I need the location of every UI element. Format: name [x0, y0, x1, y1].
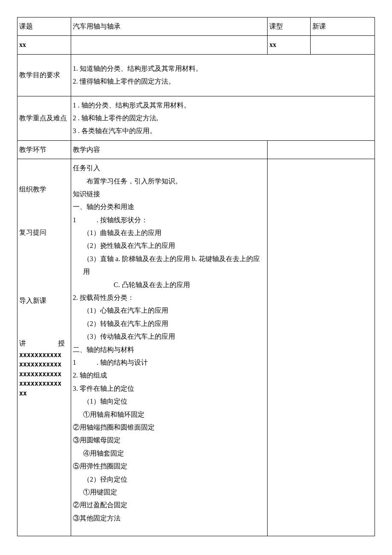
sec2-3: 3. 零件在轴上的定位 — [73, 382, 265, 395]
sec2-3-1-4: ④用轴套固定 — [73, 447, 265, 460]
xx-left: xx — [17, 36, 71, 54]
value-topic: 汽车用轴与轴承 — [71, 17, 267, 36]
sec1-2-title: 2. 按载荷性质分类： — [73, 291, 265, 304]
label-topic: 课题 — [17, 17, 71, 36]
stage-review: 复习提问 — [19, 226, 69, 239]
value-objectives: 1. 知道轴的分类、结构形式及其常用材料。 2. 懂得轴和轴上零件的固定方法。 — [71, 54, 375, 96]
sec2-3-1-2: ②用轴端挡圈和圆锥面固定 — [73, 421, 265, 434]
sec1-title: 一、轴的分类和用途 — [73, 200, 265, 213]
label-content: 教学内容 — [71, 140, 267, 159]
sec2-3-1: （1）轴向定位 — [73, 395, 265, 408]
right-empty-column — [268, 159, 375, 536]
objective-line: 1. 知道轴的分类、结构形式及其常用材料。 — [73, 62, 373, 75]
lecture-char-2: 授 — [58, 337, 65, 350]
keypoint-line: 2 . 轴和轴上零件的固定方法, — [73, 112, 373, 125]
sec2-3-2-1: ①用键固定 — [73, 486, 265, 499]
sec2-3-1-1: ①用轴肩和轴环固定 — [73, 408, 265, 421]
objective-line: 2. 懂得轴和轴上零件的固定方法。 — [73, 75, 373, 88]
sec1-1-text: . 按轴线形状分： — [97, 216, 148, 224]
placeholder-x-line: xxxxxxxxxxx — [19, 360, 69, 369]
sec2-3-1-3: ③用圆螺母固定 — [73, 434, 265, 447]
sec1-1-2: （2）挠性轴及在汽车上的应用 — [73, 239, 265, 252]
sec2-1: 1. 轴的结构与设计 — [73, 356, 265, 369]
row-stage-header: 教学环节 教学内容 — [17, 140, 375, 159]
row-xx: xx xx — [17, 36, 375, 54]
sec2-3-1-5: ⑤用弹性挡圈固定 — [73, 460, 265, 473]
task-intro-title: 任务引入 — [73, 162, 265, 174]
placeholder-x-line: xxxxxxxxxxx — [19, 379, 69, 389]
sec1-1-num: 1 — [73, 214, 76, 227]
content-column: 任务引入 布置学习任务，引入所学知识。 知识链接 一、轴的分类和用途 1. 按轴… — [71, 159, 267, 536]
row-topic: 课题 汽车用轴与轴承 课型 新课 — [17, 17, 375, 36]
sec1-1-3c: C. 凸轮轴及在去上的应用 — [73, 279, 265, 291]
stage-lecture: 讲 授 — [19, 337, 65, 350]
knowledge-link-title: 知识链接 — [73, 188, 265, 200]
row-keypoints: 教学重点及难点 1 . 轴的分类、结构形式及其常用材料。 2 . 轴和轴上零件的… — [17, 96, 375, 140]
xx-right-label: xx — [268, 36, 311, 54]
value-lesson-type: 新课 — [310, 17, 375, 36]
label-objectives: 教学目的要求 — [17, 54, 71, 96]
stage-column: 组织教学 复习提问 导入新课 讲 授 xxxxxxxxxxx xxxxxxxxx… — [17, 159, 71, 536]
placeholder-x-line: xx — [19, 389, 69, 398]
sec2-title: 二、轴的结构与材料 — [73, 343, 265, 356]
placeholder-x-line: xxxxxxxxxxx — [19, 350, 69, 360]
label-keypoints: 教学重点及难点 — [17, 96, 71, 140]
sec2-2: 2. 轴的组成 — [73, 369, 265, 382]
sec2-1-text: . 轴的结构与设计 — [97, 359, 148, 366]
keypoint-line: 1 . 轴的分类、结构形式及其常用材料。 — [73, 99, 373, 112]
lesson-plan-table: 课题 汽车用轴与轴承 课型 新课 xx xx 教学目的要求 1. 知道轴的分类、… — [17, 17, 375, 536]
task-intro-body: 布置学习任务，引入所学知识。 — [73, 175, 265, 188]
sec2-3-2-2: ②用过盈配合固定 — [73, 499, 265, 511]
sec1-1: 1. 按轴线形状分： — [73, 214, 265, 227]
sec1-2-2: （2）转轴及在汽车上的应用 — [73, 317, 265, 330]
value-keypoints: 1 . 轴的分类、结构形式及其常用材料。 2 . 轴和轴上零件的固定方法, 3 … — [71, 96, 375, 140]
sec2-3-2: （2）径向定位 — [73, 473, 265, 486]
lecture-char-1: 讲 — [19, 337, 26, 350]
label-stage: 教学环节 — [17, 140, 71, 159]
row-objectives: 教学目的要求 1. 知道轴的分类、结构形式及其常用材料。 2. 懂得轴和轴上零件… — [17, 54, 375, 96]
stage-organize: 组织教学 — [19, 183, 69, 196]
xx-right-value — [310, 36, 375, 54]
label-lesson-type: 课型 — [268, 17, 311, 36]
placeholder-x-line: xxxxxxxxxxx — [19, 369, 69, 379]
sec2-1-num: 1 — [73, 356, 76, 369]
sec2-3-2-3: ③其他固定方法 — [73, 512, 265, 525]
keypoint-line: 3 . 各类轴在汽车中的应用。 — [73, 125, 373, 137]
stage-intro: 导入新课 — [19, 294, 69, 307]
sec1-1-1: （1）曲轴及在去上的应用 — [73, 227, 265, 239]
sec1-2-3: （3）传动轴及在汽车上的应用 — [73, 330, 265, 343]
sec1-2-1: （1）心轴及在汽车上的应用 — [73, 304, 265, 317]
empty-header-right — [268, 140, 375, 159]
xx-mid — [71, 36, 267, 54]
row-content: 组织教学 复习提问 导入新课 讲 授 xxxxxxxxxxx xxxxxxxxx… — [17, 159, 375, 536]
sec1-1-3: （3）直轴 a. 阶梯轴及在去上的应用 b. 花键轴及在去上的应用 — [73, 253, 265, 279]
